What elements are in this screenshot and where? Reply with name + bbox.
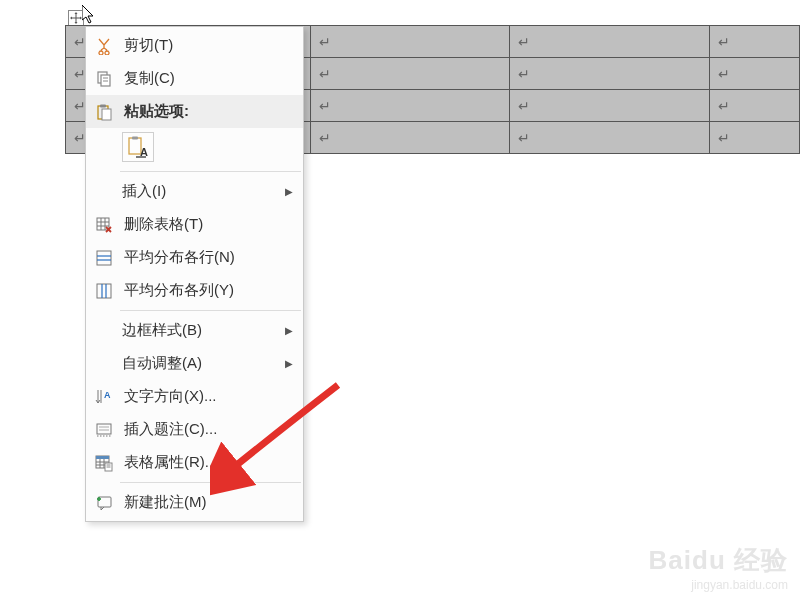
menu-label: 自动调整(A) [122, 354, 285, 373]
menu-new-comment[interactable]: 新建批注(M) [86, 486, 303, 519]
menu-label: 平均分布各列(Y) [124, 281, 297, 300]
menu-label: 插入(I) [122, 182, 285, 201]
menu-label: 文字方向(X)... [124, 387, 297, 406]
table-cell[interactable]: ↵ [710, 58, 800, 90]
table-cell[interactable]: ↵ [510, 26, 710, 58]
menu-distribute-cols[interactable]: 平均分布各列(Y) [86, 274, 303, 307]
new-comment-icon [92, 491, 116, 515]
menu-insert-caption[interactable]: 插入题注(C)... [86, 413, 303, 446]
menu-paste-options[interactable]: 粘贴选项: [86, 95, 303, 128]
table-cell[interactable]: ↵ [710, 90, 800, 122]
menu-table-properties[interactable]: 表格属性(R)... [86, 446, 303, 479]
chevron-right-icon: ▶ [285, 325, 293, 336]
menu-label: 复制(C) [124, 69, 297, 88]
menu-label: 新建批注(M) [124, 493, 297, 512]
svg-rect-19 [97, 284, 111, 298]
menu-label: 插入题注(C)... [124, 420, 297, 439]
svg-rect-16 [97, 251, 111, 265]
scissors-icon [92, 34, 116, 58]
copy-icon [92, 67, 116, 91]
clipboard-icon [92, 100, 116, 124]
svg-text:A: A [140, 146, 148, 158]
text-direction-icon: A [92, 385, 116, 409]
svg-rect-5 [100, 104, 106, 107]
menu-copy[interactable]: 复制(C) [86, 62, 303, 95]
table-cell[interactable]: ↵ [710, 122, 800, 154]
menu-label: 边框样式(B) [122, 321, 285, 340]
context-menu: 剪切(T) 复制(C) 粘贴选项: A 插入(I) ▶ 删除表 [85, 26, 304, 522]
table-cell[interactable]: ↵ [310, 122, 510, 154]
menu-separator [120, 482, 301, 483]
menu-label: 剪切(T) [124, 36, 297, 55]
watermark-sub: jingyan.baidu.com [649, 578, 788, 592]
menu-label: 表格属性(R)... [124, 453, 297, 472]
menu-insert[interactable]: 插入(I) ▶ [86, 175, 303, 208]
menu-distribute-rows[interactable]: 平均分布各行(N) [86, 241, 303, 274]
table-cell[interactable]: ↵ [310, 26, 510, 58]
table-cell[interactable]: ↵ [710, 26, 800, 58]
svg-rect-6 [102, 109, 111, 120]
distribute-cols-icon [92, 279, 116, 303]
menu-autofit[interactable]: 自动调整(A) ▶ [86, 347, 303, 380]
mouse-cursor [82, 5, 98, 25]
distribute-rows-icon [92, 246, 116, 270]
table-cell[interactable]: ↵ [510, 58, 710, 90]
table-cell[interactable]: ↵ [310, 58, 510, 90]
menu-label: 删除表格(T) [124, 215, 297, 234]
chevron-right-icon: ▶ [285, 358, 293, 369]
menu-separator [120, 310, 301, 311]
svg-rect-25 [97, 424, 111, 434]
menu-separator [120, 171, 301, 172]
watermark: Baidu 经验 jingyan.baidu.com [649, 543, 788, 592]
menu-label: 粘贴选项: [124, 102, 297, 121]
svg-rect-8 [132, 137, 138, 140]
table-properties-icon [92, 451, 116, 475]
caption-icon [92, 418, 116, 442]
menu-label: 平均分布各行(N) [124, 248, 297, 267]
watermark-main: Baidu 经验 [649, 543, 788, 578]
svg-text:A: A [104, 390, 111, 400]
table-cell[interactable]: ↵ [310, 90, 510, 122]
menu-cut[interactable]: 剪切(T) [86, 29, 303, 62]
table-cell[interactable]: ↵ [510, 122, 710, 154]
delete-table-icon [92, 213, 116, 237]
svg-rect-30 [96, 456, 109, 459]
menu-border-styles[interactable]: 边框样式(B) ▶ [86, 314, 303, 347]
paste-option-row: A [86, 128, 303, 168]
table-cell[interactable]: ↵ [510, 90, 710, 122]
chevron-right-icon: ▶ [285, 186, 293, 197]
menu-delete-table[interactable]: 删除表格(T) [86, 208, 303, 241]
menu-text-direction[interactable]: A 文字方向(X)... [86, 380, 303, 413]
paste-keep-text-only-button[interactable]: A [122, 132, 154, 162]
